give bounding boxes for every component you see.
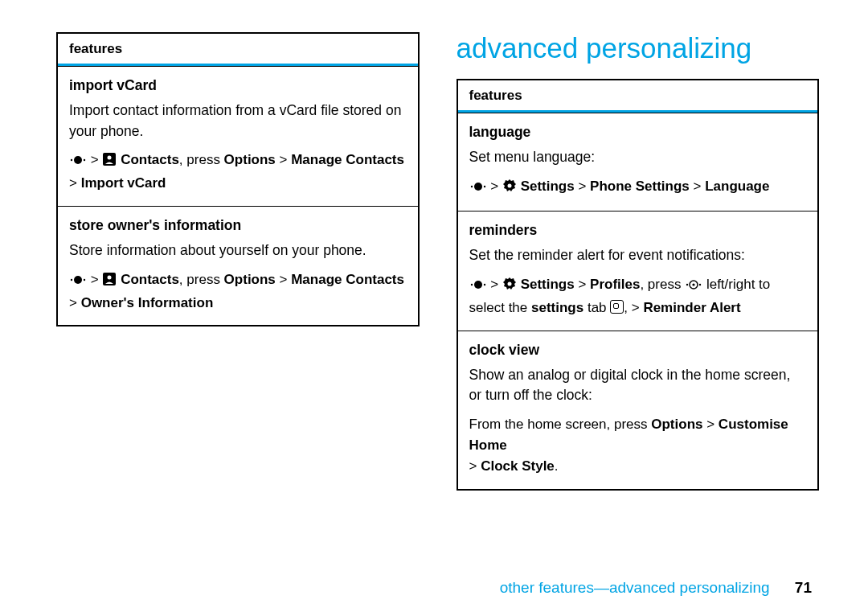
table-row: reminders Set the reminder alert for eve… xyxy=(458,211,818,330)
sep: > xyxy=(490,179,502,194)
nav-text: Clock Style xyxy=(481,458,555,474)
nav-text: Owner's Information xyxy=(81,295,214,310)
nav-text: , press xyxy=(179,272,224,287)
svg-point-19 xyxy=(693,283,695,285)
page-footer: other features—advanced personalizing 71 xyxy=(500,579,812,597)
row-title: import vCard xyxy=(69,76,407,96)
svg-point-7 xyxy=(84,278,85,280)
nav-text: Contacts xyxy=(121,152,179,167)
nav-text: Import vCard xyxy=(81,175,166,191)
svg-point-12 xyxy=(483,186,485,187)
nav-text: Options xyxy=(224,272,276,287)
row-title: clock view xyxy=(469,340,807,360)
svg-point-5 xyxy=(74,276,82,284)
sep: > xyxy=(276,272,291,287)
sep: > xyxy=(490,277,502,292)
nav-text: . xyxy=(555,458,559,474)
left-column: features import vCard Import contact inf… xyxy=(56,32,416,491)
footer-text: other features—advanced personalizing xyxy=(500,579,770,596)
tab-glyph-icon xyxy=(610,300,624,314)
left-feature-table: features import vCard Import contact inf… xyxy=(56,32,420,326)
svg-point-21 xyxy=(699,284,701,285)
nav-text: , press xyxy=(640,277,685,292)
sep: > xyxy=(575,277,590,292)
row-title: store owner's information xyxy=(69,216,407,236)
sep: > xyxy=(276,152,291,167)
table-header: features xyxy=(458,80,818,113)
nav-text: From the home screen, press xyxy=(469,417,652,432)
sep: > xyxy=(91,152,103,167)
nav-text: Contacts xyxy=(121,272,179,287)
table-header: features xyxy=(58,34,418,66)
sep: > xyxy=(69,175,81,191)
nav-text: Settings xyxy=(521,179,575,194)
nav-text: , xyxy=(624,300,631,315)
row-title: reminders xyxy=(469,220,807,240)
sep: > xyxy=(690,179,705,194)
svg-point-17 xyxy=(507,281,511,285)
row-description: Show an analog or digital clock in the h… xyxy=(469,365,807,406)
svg-point-10 xyxy=(474,183,482,191)
nav-text: Options xyxy=(224,152,276,167)
section-heading: advanced personalizing xyxy=(457,32,817,64)
svg-point-16 xyxy=(483,284,485,285)
sep: > xyxy=(632,300,644,315)
nav-text: settings xyxy=(531,300,583,315)
svg-point-0 xyxy=(74,156,82,164)
center-key-icon xyxy=(69,152,87,173)
nav-path: From the home screen, press Options > Cu… xyxy=(469,414,807,478)
sep: > xyxy=(91,272,103,287)
two-column-layout: features import vCard Import contact inf… xyxy=(56,32,816,491)
row-description: Import contact information from a vCard … xyxy=(69,101,407,142)
row-description: Set the reminder alert for event notific… xyxy=(469,245,807,265)
svg-point-15 xyxy=(470,284,472,285)
sep: > xyxy=(702,417,718,432)
nav-text: Manage Contacts xyxy=(291,152,404,167)
svg-point-20 xyxy=(686,284,688,285)
svg-point-14 xyxy=(474,281,482,289)
row-title: language xyxy=(469,122,807,142)
nav-text: Manage Contacts xyxy=(291,272,404,287)
svg-point-13 xyxy=(507,183,511,187)
center-key-icon xyxy=(469,179,487,199)
nav-path: > Settings > Phone Settings > Language xyxy=(469,176,807,199)
nav-path: > Settings > Profiles, press left/right … xyxy=(469,274,807,319)
svg-point-1 xyxy=(71,159,72,161)
nav-text: Phone Settings xyxy=(590,179,690,194)
right-feature-table: features language Set menu language: > S… xyxy=(457,79,820,491)
nav-path: > Contacts, press Options > Manage Conta… xyxy=(69,150,407,195)
svg-point-2 xyxy=(84,159,85,161)
nav-text: Profiles xyxy=(590,277,640,292)
nav-key-icon xyxy=(685,277,702,298)
nav-text: Options xyxy=(651,417,702,432)
table-row: store owner's information Store informat… xyxy=(58,206,418,325)
page-number: 71 xyxy=(795,579,812,596)
row-description: Store information about yourself on your… xyxy=(69,240,407,261)
contacts-icon xyxy=(102,152,117,173)
manual-page: features import vCard Import contact inf… xyxy=(0,0,868,616)
contacts-icon xyxy=(102,272,117,293)
sep: > xyxy=(469,458,481,474)
table-row: clock view Show an analog or digital clo… xyxy=(458,331,818,489)
svg-point-9 xyxy=(108,275,112,279)
settings-icon xyxy=(502,179,517,199)
center-key-icon xyxy=(69,272,87,293)
nav-text: , press xyxy=(179,152,224,167)
center-key-icon xyxy=(469,277,487,298)
svg-point-11 xyxy=(470,186,472,187)
svg-point-6 xyxy=(71,278,72,280)
nav-text: Reminder Alert xyxy=(643,300,740,315)
table-row: language Set menu language: > Settings >… xyxy=(458,113,818,211)
sep: > xyxy=(575,179,590,194)
nav-text: Settings xyxy=(521,277,575,292)
settings-icon xyxy=(502,277,517,298)
nav-text: tab xyxy=(583,300,610,315)
sep: > xyxy=(69,295,81,310)
nav-path: > Contacts, press Options > Manage Conta… xyxy=(69,269,407,314)
row-description: Set menu language: xyxy=(469,147,807,167)
svg-point-4 xyxy=(108,156,112,160)
nav-text: Language xyxy=(705,179,769,194)
table-row: import vCard Import contact information … xyxy=(58,66,418,206)
right-column: advanced personalizing features language… xyxy=(457,32,817,491)
